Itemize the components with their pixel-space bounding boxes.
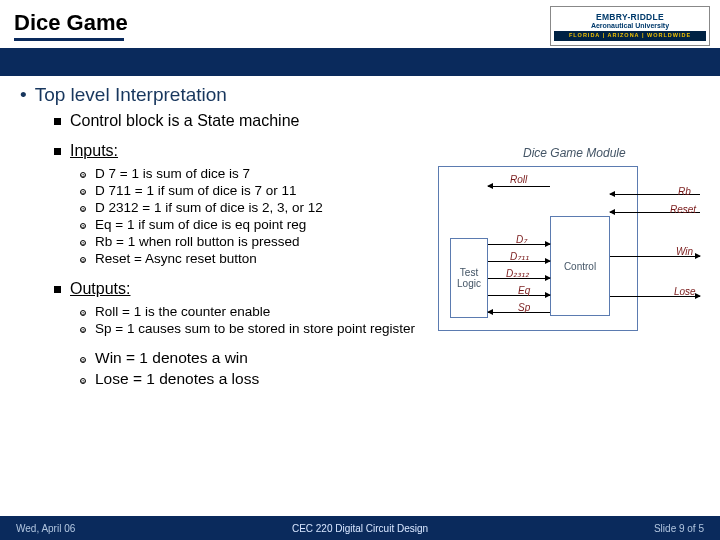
signal-roll: Roll [510, 174, 527, 185]
block-diagram: Dice Game Module Test Logic Control Roll… [428, 146, 708, 346]
control-label: Control [564, 261, 596, 272]
header-blue-bar [0, 48, 720, 76]
square-bullet-icon [54, 118, 61, 125]
output-text: Sp = 1 causes sum to be stored in store … [95, 321, 415, 336]
circle-bullet-icon: o [80, 189, 86, 195]
arrow-roll [488, 186, 550, 187]
content-area: •Top level Interpretation Control block … [20, 84, 708, 510]
test-logic-box: Test Logic [450, 238, 488, 318]
input-text: Reset = Async reset button [95, 251, 257, 266]
diagram-caption: Dice Game Module [523, 146, 626, 160]
signal-sp: Sp [518, 302, 530, 313]
circle-bullet-icon: o [80, 378, 86, 384]
input-text: Rb = 1 when roll button is pressed [95, 234, 300, 249]
input-text: D 7 = 1 is sum of dice is 7 [95, 166, 250, 181]
title-underline [14, 38, 124, 41]
signal-lose: Lose [674, 286, 696, 297]
inputs-label: Inputs: [70, 142, 118, 159]
input-text: D 711 = 1 if sum of dice is 7 or 11 [95, 183, 296, 198]
sub-item-text: Control block is a State machine [70, 112, 299, 129]
title-bar: Dice Game EMBRY-RIDDLE Aeronautical Univ… [0, 0, 720, 56]
signal-d7: D₇ [516, 234, 527, 245]
output-text: Win = 1 denotes a win [95, 349, 248, 366]
footer-course: CEC 220 Digital Circuit Design [0, 523, 720, 534]
circle-bullet-icon: o [80, 257, 86, 263]
signal-d711: D₇₁₁ [510, 251, 529, 262]
circle-bullet-icon: o [80, 223, 86, 229]
circle-bullet-icon: o [80, 172, 86, 178]
output-text: Roll = 1 is the counter enable [95, 304, 270, 319]
university-logo: EMBRY-RIDDLE Aeronautical University FLO… [550, 6, 710, 46]
bullet-dot-icon: • [20, 84, 27, 105]
circle-bullet-icon: o [80, 327, 86, 333]
circle-bullet-icon: o [80, 310, 86, 316]
footer-slide-number: Slide 9 of 5 [654, 523, 704, 534]
main-bullet-text: Top level Interpretation [35, 84, 227, 105]
output-item-big: oWin = 1 denotes a win [80, 349, 708, 367]
circle-bullet-icon: o [80, 240, 86, 246]
logo-locations: FLORIDA | ARIZONA | WORLDWIDE [554, 31, 706, 41]
output-text: Lose = 1 denotes a loss [95, 370, 259, 387]
outputs-label: Outputs: [70, 280, 130, 297]
test-logic-label: Test Logic [451, 267, 487, 289]
input-text: Eq = 1 if sum of dice is eq point reg [95, 217, 306, 232]
input-text: D 2312 = 1 if sum of dice is 2, 3, or 12 [95, 200, 323, 215]
footer-bar: Wed, April 06 CEC 220 Digital Circuit De… [0, 516, 720, 540]
output-item-big: oLose = 1 denotes a loss [80, 370, 708, 388]
circle-bullet-icon: o [80, 357, 86, 363]
control-box: Control [550, 216, 610, 316]
circle-bullet-icon: o [80, 206, 86, 212]
square-bullet-icon [54, 148, 61, 155]
signal-eq: Eq [518, 285, 530, 296]
sub-item-control-block: Control block is a State machine [54, 112, 708, 130]
square-bullet-icon [54, 286, 61, 293]
signal-rb: Rb [678, 186, 691, 197]
main-bullet: •Top level Interpretation [20, 84, 708, 106]
logo-name: EMBRY-RIDDLE [554, 13, 706, 22]
logo-subtitle: Aeronautical University [554, 22, 706, 29]
signal-reset: Reset [670, 204, 696, 215]
footer-date: Wed, April 06 [16, 523, 75, 534]
signal-d2312: D₂₃₁₂ [506, 268, 529, 279]
signal-win: Win [676, 246, 693, 257]
slide: Dice Game EMBRY-RIDDLE Aeronautical Univ… [0, 0, 720, 540]
